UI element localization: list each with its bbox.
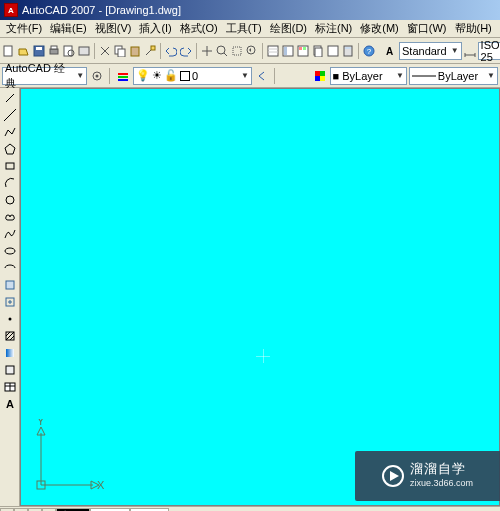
- svg-point-31: [96, 74, 99, 77]
- zoom-window-icon[interactable]: [230, 43, 244, 59]
- menu-window[interactable]: 窗口(W): [403, 20, 451, 37]
- workspace-combo[interactable]: AutoCAD 经典 ▼: [2, 67, 87, 85]
- text-style-combo[interactable]: Standard ▼: [399, 42, 462, 60]
- dim-style-value: ISO-25: [481, 39, 500, 63]
- menu-view[interactable]: 视图(V): [91, 20, 136, 37]
- svg-rect-22: [315, 48, 322, 57]
- svg-rect-3: [50, 49, 58, 54]
- design-center-icon[interactable]: [281, 43, 295, 59]
- redo-icon[interactable]: [179, 43, 193, 59]
- revision-cloud-icon[interactable]: [2, 209, 18, 225]
- svg-text:A: A: [386, 46, 393, 57]
- new-icon[interactable]: [2, 43, 16, 59]
- arc-icon[interactable]: [2, 175, 18, 191]
- gradient-icon[interactable]: [2, 345, 18, 361]
- layer-previous-icon[interactable]: [254, 68, 270, 84]
- color-combo[interactable]: ■ ByLayer ▼: [330, 67, 407, 85]
- help-icon[interactable]: ?: [362, 43, 376, 59]
- tab-prev-icon[interactable]: ◀: [14, 508, 28, 512]
- tab-first-icon[interactable]: ⏮: [0, 508, 14, 512]
- layer-properties-icon[interactable]: [115, 68, 131, 84]
- draw-toolbar: A: [0, 88, 20, 506]
- menu-express[interactable]: Express: [496, 22, 500, 36]
- separator: [196, 43, 197, 59]
- sheet-set-manager-icon[interactable]: [311, 43, 325, 59]
- copy-icon[interactable]: [113, 43, 127, 59]
- tab-next-icon[interactable]: ▶: [28, 508, 42, 512]
- drawing-viewport[interactable]: X Y: [20, 88, 500, 506]
- main-area: A X Y: [0, 88, 500, 506]
- chevron-down-icon: ▼: [487, 71, 495, 80]
- spline-icon[interactable]: [2, 226, 18, 242]
- undo-icon[interactable]: [164, 43, 178, 59]
- workspace-settings-icon[interactable]: [89, 68, 105, 84]
- zoom-realtime-icon[interactable]: [215, 43, 229, 59]
- line-icon[interactable]: [2, 90, 18, 106]
- svg-rect-19: [299, 47, 302, 50]
- properties-icon[interactable]: [266, 43, 280, 59]
- menu-file[interactable]: 文件(F): [2, 20, 46, 37]
- svg-rect-49: [6, 349, 14, 357]
- open-icon[interactable]: [17, 43, 31, 59]
- dim-style-combo[interactable]: ISO-25 ▼: [478, 42, 500, 60]
- menu-format[interactable]: 格式(O): [176, 20, 222, 37]
- separator: [94, 43, 95, 59]
- app-icon: A: [4, 3, 18, 17]
- print-preview-icon[interactable]: [62, 43, 76, 59]
- menu-edit[interactable]: 编辑(E): [46, 20, 91, 37]
- svg-rect-32: [118, 73, 128, 75]
- drawing-canvas[interactable]: [21, 89, 499, 505]
- zoom-previous-icon[interactable]: [245, 43, 259, 59]
- play-icon: [382, 465, 404, 487]
- menu-bar: 文件(F) 编辑(E) 视图(V) 插入(I) 格式(O) 工具(T) 绘图(D…: [0, 20, 500, 38]
- circle-icon[interactable]: [2, 192, 18, 208]
- polyline-icon[interactable]: [2, 124, 18, 140]
- tab-last-icon[interactable]: ⏭: [42, 508, 56, 512]
- markup-set-manager-icon[interactable]: [326, 43, 340, 59]
- menu-help[interactable]: 帮助(H): [451, 20, 496, 37]
- window-title: AutoCAD 2007 - [Drawing1.dwg]: [22, 4, 181, 16]
- svg-text:A: A: [6, 398, 14, 410]
- region-icon[interactable]: [2, 362, 18, 378]
- tab-layout2[interactable]: 布局2: [130, 508, 170, 512]
- svg-point-44: [5, 248, 15, 254]
- pan-icon[interactable]: [200, 43, 214, 59]
- tool-palettes-icon[interactable]: [296, 43, 310, 59]
- text-icon[interactable]: A: [2, 396, 18, 412]
- chevron-down-icon: ▼: [451, 46, 459, 55]
- point-icon[interactable]: [2, 311, 18, 327]
- svg-rect-38: [320, 76, 325, 81]
- block-insert-icon[interactable]: [2, 277, 18, 293]
- layer-combo[interactable]: 💡 ☀ 🔓 0 ▼: [133, 67, 252, 85]
- svg-rect-42: [6, 163, 14, 169]
- menu-dimension[interactable]: 标注(N): [311, 20, 356, 37]
- menu-insert[interactable]: 插入(I): [135, 20, 175, 37]
- quickcalc-icon[interactable]: [341, 43, 355, 59]
- menu-modify[interactable]: 修改(M): [356, 20, 403, 37]
- construction-line-icon[interactable]: [2, 107, 18, 123]
- tab-layout1[interactable]: 布局1: [90, 508, 130, 512]
- block-make-icon[interactable]: [2, 294, 18, 310]
- linetype-combo[interactable]: ByLayer ▼: [409, 67, 498, 85]
- hatch-icon[interactable]: [2, 328, 18, 344]
- rectangle-icon[interactable]: [2, 158, 18, 174]
- table-icon[interactable]: [2, 379, 18, 395]
- menu-tools[interactable]: 工具(T): [222, 20, 266, 37]
- paste-icon[interactable]: [128, 43, 142, 59]
- color-control-icon[interactable]: [312, 68, 328, 84]
- linetype-preview-icon: [412, 72, 436, 80]
- dimension-style-icon[interactable]: [463, 43, 477, 59]
- svg-rect-20: [303, 47, 306, 50]
- print-icon[interactable]: [47, 43, 61, 59]
- svg-rect-23: [328, 46, 338, 56]
- menu-draw[interactable]: 绘图(D): [266, 20, 311, 37]
- ellipse-icon[interactable]: [2, 243, 18, 259]
- ellipse-arc-icon[interactable]: [2, 260, 18, 276]
- tab-model[interactable]: 模型: [56, 508, 90, 512]
- save-icon[interactable]: [32, 43, 46, 59]
- cut-icon[interactable]: [98, 43, 112, 59]
- polygon-icon[interactable]: [2, 141, 18, 157]
- publish-icon[interactable]: [77, 43, 91, 59]
- match-properties-icon[interactable]: [143, 43, 157, 59]
- text-style-icon[interactable]: A: [384, 43, 398, 59]
